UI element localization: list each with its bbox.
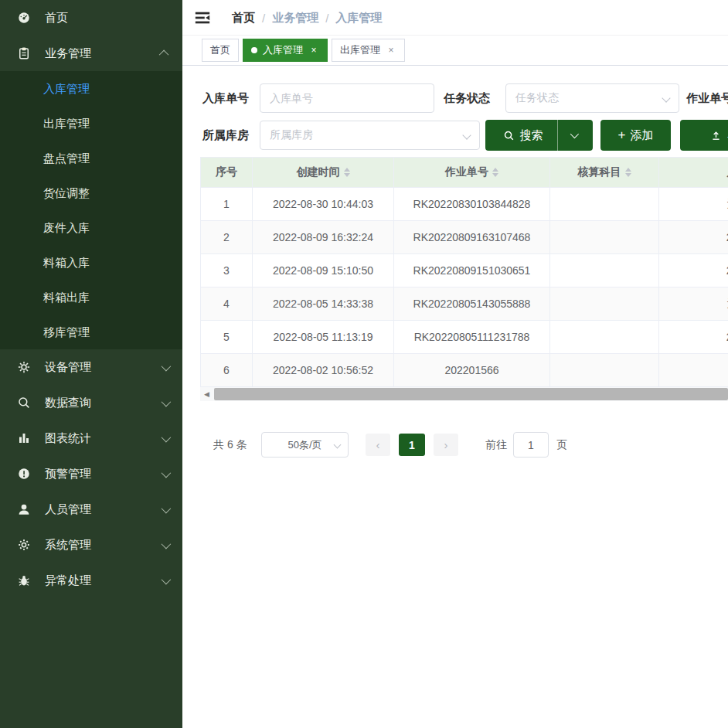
hamburger-icon[interactable]	[194, 9, 211, 26]
active-dot-icon	[251, 47, 257, 53]
breadcrumb-inbound: 入库管理	[335, 11, 382, 26]
sidebar-item-label: 业务管理	[45, 46, 162, 61]
main-area: 首页 / 业务管理 / 入库管理 首页 入库管理 × 出库管理 × 入库单号	[182, 0, 728, 728]
tab-inbound-active[interactable]: 入库管理 ×	[243, 39, 328, 62]
task-state-select[interactable]: 任务状态	[505, 83, 679, 113]
chevron-down-icon	[162, 503, 172, 513]
cell-created: 2022-08-05 11:13:19	[253, 321, 394, 354]
chevron-down-icon	[162, 361, 172, 371]
col-header-account[interactable]: 核算科目	[550, 158, 659, 188]
table-row[interactable]: 3 2022-08-09 15:10:50 RK2022080915103065…	[201, 254, 728, 287]
search-button[interactable]: 搜索	[485, 120, 593, 151]
warehouse-select[interactable]: 所属库房	[260, 121, 480, 150]
table-row[interactable]: 5 2022-08-05 11:13:19 RK2022080511123178…	[201, 321, 728, 354]
chevron-down-icon	[162, 574, 172, 584]
sidebar-subitem-scrap-in[interactable]: 废件入库	[0, 210, 182, 245]
col-header-created[interactable]: 创建时间	[253, 158, 394, 188]
chevron-down-icon	[334, 441, 342, 449]
sidebar-item-home[interactable]: 首页	[0, 0, 182, 36]
task-state-label: 任务状态	[444, 83, 490, 113]
sidebar-subitem-inbound[interactable]: 入库管理	[0, 71, 182, 106]
breadcrumb-home[interactable]: 首页	[232, 11, 255, 26]
search-button-main[interactable]: 搜索	[489, 120, 557, 151]
cell-index: 2	[201, 221, 253, 254]
sidebar-item-charts[interactable]: 图表统计	[0, 420, 182, 456]
goto-label: 前往	[485, 432, 507, 458]
sort-caret-icon[interactable]	[344, 168, 350, 177]
sidebar-subitem-relocate[interactable]: 移库管理	[0, 315, 182, 349]
page-number-1[interactable]: 1	[399, 434, 425, 456]
search-dropdown-toggle[interactable]	[557, 120, 590, 151]
goto-page-input[interactable]	[513, 432, 549, 458]
cell-inbound: 20	[659, 321, 728, 354]
chevron-left-icon: ‹	[376, 438, 380, 451]
next-page-button[interactable]: ›	[434, 434, 458, 456]
chevron-right-icon: ›	[444, 438, 448, 451]
sidebar-item-exceptions[interactable]: 异常处理	[0, 563, 182, 598]
cell-account	[550, 321, 659, 354]
sidebar-subitem-outbound[interactable]: 出库管理	[0, 106, 182, 141]
add-button[interactable]: + 添加	[600, 120, 671, 151]
sidebar-item-label: 设备管理	[45, 360, 162, 375]
scroll-left-arrow-icon[interactable]: ◀	[200, 387, 213, 401]
prev-page-button[interactable]: ‹	[366, 434, 390, 456]
breadcrumb-separator: /	[325, 12, 328, 25]
bug-icon	[17, 573, 31, 587]
sidebar-item-label: 人员管理	[45, 502, 162, 517]
cell-index: 1	[201, 188, 253, 221]
select-placeholder: 所属库房	[270, 128, 313, 142]
sidebar-item-data-query[interactable]: 数据查询	[0, 385, 182, 420]
table-row[interactable]: 6 2022-08-02 10:56:52 202201566	[201, 354, 728, 387]
sort-caret-icon[interactable]	[492, 168, 498, 177]
add-button-label: 添加	[630, 128, 653, 143]
table-row[interactable]: 2 2022-08-09 16:32:24 RK2022080916310746…	[201, 221, 728, 254]
tab-outbound[interactable]: 出库管理 ×	[332, 39, 405, 62]
plus-icon: +	[618, 128, 626, 143]
clipboard-icon	[17, 46, 31, 60]
storage-no-input[interactable]	[260, 83, 434, 113]
sidebar-item-label: 首页	[45, 11, 168, 26]
table-row[interactable]: 1 2022-08-30 10:44:03 RK2022083010384482…	[201, 188, 728, 221]
chevron-down-icon	[570, 130, 579, 138]
cell-inbound: 无	[659, 188, 728, 221]
sort-caret-icon[interactable]	[625, 168, 631, 177]
cell-index: 3	[201, 254, 253, 287]
sidebar-item-system[interactable]: 系统管理	[0, 527, 182, 563]
close-icon[interactable]: ×	[386, 45, 396, 56]
app-window: 首页 业务管理 入库管理 出库管理 盘点管理 货位调整 废件入库 料箱入库 料箱…	[0, 0, 728, 728]
cell-job-no: RK20220809163107468	[394, 221, 550, 254]
horizontal-scrollbar[interactable]: ◀	[200, 387, 728, 401]
cell-inbound	[659, 354, 728, 387]
cell-inbound: 无	[659, 287, 728, 321]
sidebar-subitem-bin-in[interactable]: 料箱入库	[0, 245, 182, 280]
tags-bar: 首页 入库管理 × 出库管理 ×	[182, 36, 728, 66]
sidebar-subitem-stocktake[interactable]: 盘点管理	[0, 141, 182, 175]
chevron-down-icon	[662, 94, 670, 102]
export-button[interactable]: 导	[680, 120, 728, 151]
sidebar-subitem-slot-adjust[interactable]: 货位调整	[0, 175, 182, 210]
col-header-inbound[interactable]: 入	[659, 158, 728, 188]
table-header-row: 序号 创建时间 作业单号 核算科目 入	[201, 158, 728, 188]
sidebar-item-personnel[interactable]: 人员管理	[0, 492, 182, 527]
tab-home[interactable]: 首页	[202, 39, 239, 62]
job-no-label: 作业单号	[686, 83, 728, 113]
cell-job-no: RK20220805111231788	[394, 321, 550, 354]
sidebar-item-label: 系统管理	[45, 538, 162, 553]
warehouse-label: 所属库房	[202, 121, 249, 150]
scrollbar-thumb[interactable]	[214, 388, 728, 400]
sidebar: 首页 业务管理 入库管理 出库管理 盘点管理 货位调整 废件入库 料箱入库 料箱…	[0, 0, 182, 728]
breadcrumb-separator: /	[262, 12, 265, 25]
tab-label: 入库管理	[263, 43, 303, 57]
sidebar-item-alerts[interactable]: 预警管理	[0, 456, 182, 492]
tab-label: 首页	[210, 43, 230, 57]
sidebar-item-label: 数据查询	[45, 396, 162, 410]
page-size-select[interactable]: 50条/页	[261, 432, 349, 458]
close-icon[interactable]: ×	[308, 45, 319, 56]
col-header-job-no[interactable]: 作业单号	[394, 158, 550, 188]
sidebar-item-business[interactable]: 业务管理	[0, 36, 182, 71]
table-row[interactable]: 4 2022-08-05 14:33:38 RK2022080514305588…	[201, 287, 728, 321]
sidebar-subitem-bin-out[interactable]: 料箱出库	[0, 280, 182, 315]
upload-icon	[710, 130, 722, 141]
cell-account	[550, 221, 659, 254]
sidebar-item-devices[interactable]: 设备管理	[0, 349, 182, 385]
